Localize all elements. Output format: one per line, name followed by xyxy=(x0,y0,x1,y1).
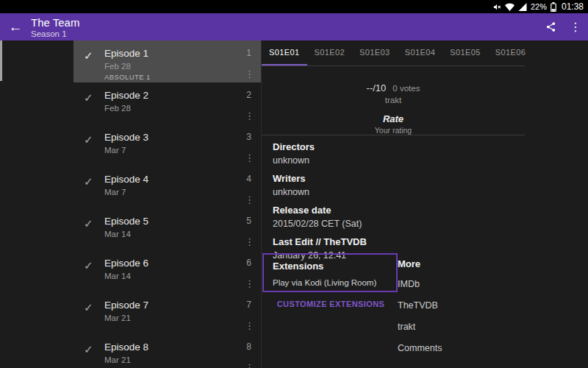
directors-value: unknown xyxy=(273,155,508,167)
thetvdb-link[interactable]: TheTVDB xyxy=(398,300,442,311)
episode-text: Episode 4 Mar 7 xyxy=(104,174,148,208)
watched-check-icon[interactable]: ✓ xyxy=(84,91,104,124)
battery-percent: 22% xyxy=(531,2,547,11)
episode-row[interactable]: ✓ Episode 5 Mar 14 5 ⋮ xyxy=(74,208,261,250)
episode-row[interactable]: ✓ Episode 4 Mar 7 4 ⋮ xyxy=(74,166,261,208)
episode-date: Mar 21 xyxy=(104,355,148,364)
page-subtitle: Season 1 xyxy=(31,29,538,39)
title-block: The Team Season 1 xyxy=(31,15,538,38)
episode-overflow-icon[interactable]: ⋮ xyxy=(245,280,254,289)
episode-absolute-number: ABSOLUTE 1 xyxy=(104,73,151,81)
episode-title: Episode 7 xyxy=(104,300,148,311)
customize-extensions-button[interactable]: CUSTOMIZE EXTENSIONS xyxy=(262,300,400,308)
more-label: More xyxy=(398,258,442,269)
extensions-box: Extensions Play via Kodi (Living Room) xyxy=(262,253,398,292)
extension-kodi-button[interactable]: Play via Kodi (Living Room) xyxy=(273,278,387,287)
episode-row[interactable]: ✓ Episode 3 Mar 7 3 ⋮ xyxy=(74,124,261,166)
watched-check-icon[interactable]: ✓ xyxy=(84,343,104,368)
episode-overflow-icon[interactable]: ⋮ xyxy=(245,112,254,121)
tab-s01e04[interactable]: S01E04 xyxy=(398,40,443,66)
episode-row[interactable]: ✓ Episode 7 Mar 21 7 ⋮ xyxy=(74,292,261,334)
divider xyxy=(262,135,525,135)
episode-number: 2 xyxy=(246,90,251,100)
watched-check-icon[interactable]: ✓ xyxy=(84,49,104,82)
extensions-label: Extensions xyxy=(273,261,387,272)
episode-number: 4 xyxy=(246,174,251,184)
episode-overflow-icon[interactable]: ⋮ xyxy=(245,154,254,163)
episode-detail-pane: S01E01 S01E02 S01E03 S01E04 S01E05 S01E0… xyxy=(261,40,588,368)
episode-info: Directors unknown Writers unknown Releas… xyxy=(273,141,508,267)
episode-text: Episode 2 Feb 28 xyxy=(104,90,148,124)
clock: 01:38 xyxy=(562,1,584,12)
episode-date: Feb 28 xyxy=(104,62,151,71)
watched-check-icon[interactable]: ✓ xyxy=(84,217,104,250)
imdb-link[interactable]: IMDb xyxy=(398,279,442,289)
episode-title: Episode 8 xyxy=(104,342,148,353)
release-date-label: Release date xyxy=(273,204,508,216)
episode-date: Mar 14 xyxy=(104,230,148,238)
directors-label: Directors xyxy=(273,141,508,153)
tab-s01e03[interactable]: S01E03 xyxy=(352,40,398,66)
share-button[interactable] xyxy=(538,13,563,40)
watched-check-icon[interactable]: ✓ xyxy=(84,259,104,292)
episode-number: 5 xyxy=(246,216,251,226)
episode-tabs: S01E01 S01E02 S01E03 S01E04 S01E05 S01E0… xyxy=(262,40,588,66)
comments-link[interactable]: Comments xyxy=(398,343,442,353)
writers-value: unknown xyxy=(273,186,508,199)
episode-date: Mar 14 xyxy=(104,272,148,280)
episode-number: 6 xyxy=(246,258,251,268)
episode-text: Episode 5 Mar 14 xyxy=(104,216,148,250)
episode-text: Episode 6 Mar 14 xyxy=(104,258,148,292)
episode-row[interactable]: ✓ Episode 2 Feb 28 2 ⋮ xyxy=(74,82,261,124)
directors-block: Directors unknown xyxy=(273,141,508,167)
rating-value: --/10 xyxy=(367,82,387,93)
mute-icon xyxy=(492,3,501,11)
episode-title: Episode 6 xyxy=(104,258,148,269)
episode-date: Feb 28 xyxy=(104,104,148,113)
rate-button[interactable]: Rate xyxy=(262,113,525,124)
tab-s01e01[interactable]: S01E01 xyxy=(262,40,307,66)
more-links: More IMDb TheTVDB trakt Comments xyxy=(398,258,442,364)
episode-number: 3 xyxy=(246,132,251,142)
episode-title: Episode 2 xyxy=(104,90,148,101)
episode-overflow-icon[interactable]: ⋮ xyxy=(245,238,254,247)
episode-overflow-icon[interactable]: ⋮ xyxy=(245,196,254,205)
episode-title: Episode 5 xyxy=(104,216,148,227)
watched-check-icon[interactable]: ✓ xyxy=(84,133,104,166)
watched-check-icon[interactable]: ✓ xyxy=(84,301,104,334)
trakt-rating[interactable]: --/100 votes xyxy=(262,82,525,93)
writers-block: Writers unknown xyxy=(273,172,508,199)
wifi-icon xyxy=(505,3,514,11)
overflow-menu-button[interactable]: ⋮ xyxy=(563,13,588,40)
tab-s01e02[interactable]: S01E02 xyxy=(307,40,353,66)
episode-row[interactable]: ✓ Episode 1 Feb 28 ABSOLUTE 1 1 ⋮ xyxy=(74,40,261,82)
writers-label: Writers xyxy=(273,172,508,185)
episode-date: Mar 21 xyxy=(104,314,148,322)
app-bar: ← The Team Season 1 ⋮ xyxy=(0,13,588,40)
episode-number: 1 xyxy=(246,48,251,58)
episode-list: ✓ Episode 1 Feb 28 ABSOLUTE 1 1 ⋮ ✓ Epis… xyxy=(74,40,261,368)
tab-s01e05[interactable]: S01E05 xyxy=(442,40,488,66)
list-scrollbar[interactable] xyxy=(0,40,2,81)
episode-text: Episode 7 Mar 21 xyxy=(104,300,148,334)
share-icon xyxy=(545,21,556,32)
page-title: The Team xyxy=(31,16,538,29)
tab-s01e06[interactable]: S01E06 xyxy=(488,40,534,66)
episode-date: Mar 7 xyxy=(104,146,148,155)
last-edit-label: Last Edit // TheTVDB xyxy=(273,236,508,248)
trakt-link[interactable]: trakt xyxy=(398,322,442,332)
episode-row[interactable]: ✓ Episode 6 Mar 14 6 ⋮ xyxy=(74,250,261,292)
release-date-block: Release date 2015/02/28 CET (Sat) xyxy=(273,204,508,230)
episode-text: Episode 8 Mar 21 xyxy=(104,342,148,368)
episode-title: Episode 4 xyxy=(104,174,148,185)
release-date-value: 2015/02/28 CET (Sat) xyxy=(273,218,508,230)
episode-overflow-icon[interactable]: ⋮ xyxy=(245,70,254,79)
rating-section: --/100 votes trakt Rate Your rating xyxy=(262,66,525,135)
episode-overflow-icon[interactable]: ⋮ xyxy=(245,322,254,330)
watched-check-icon[interactable]: ✓ xyxy=(84,175,104,208)
rating-source: trakt xyxy=(262,96,525,105)
battery-icon xyxy=(551,2,556,12)
episode-row[interactable]: ✓ Episode 8 Mar 21 8 ⋮ xyxy=(74,334,261,368)
back-button[interactable]: ← xyxy=(0,13,31,40)
episode-overflow-icon[interactable]: ⋮ xyxy=(245,364,254,368)
